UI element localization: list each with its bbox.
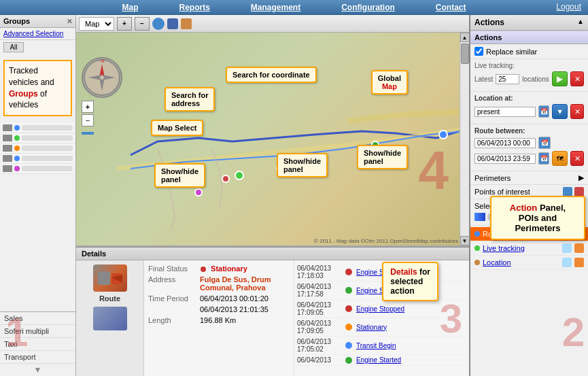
- live-tracking-dot-icon: [474, 245, 480, 251]
- route-clear-button[interactable]: ✕: [570, 151, 584, 166]
- map-zoom-controls: + −: [82, 101, 94, 140]
- event-item: 06/04/201317:09:05 Stationary: [297, 318, 466, 337]
- list-item[interactable]: [1, 123, 74, 133]
- poi-delete-button[interactable]: [574, 187, 584, 196]
- logout-button[interactable]: Logout: [556, 2, 581, 12]
- scroll-up-button[interactable]: ▲: [460, 33, 470, 42]
- event-status-link[interactable]: Transit Begin: [356, 342, 396, 349]
- event-status-link[interactable]: Stationary: [356, 324, 387, 331]
- location-at-calendar-button[interactable]: 📅: [538, 105, 549, 118]
- latest-label: Latest: [474, 75, 493, 83]
- map-select-dropdown[interactable]: Map: [79, 17, 114, 31]
- location-settings-icon[interactable]: [574, 258, 584, 267]
- vehicle-icon: [3, 145, 12, 152]
- location-at-input[interactable]: [474, 107, 536, 117]
- event-dot: [345, 357, 352, 364]
- perimeters-label: Perimeters: [474, 174, 511, 182]
- map-select-callout: Map Select: [151, 120, 203, 136]
- map-zoom-in-button[interactable]: +: [117, 17, 132, 31]
- zoom-out-button[interactable]: −: [82, 114, 94, 126]
- nav-configuration[interactable]: Configuration: [341, 3, 395, 12]
- nav-contact[interactable]: Contact: [436, 3, 466, 12]
- scroll-thumb[interactable]: [461, 44, 469, 64]
- map-flag-icon[interactable]: [181, 18, 192, 29]
- event-time: 06/04/201317:09:05: [297, 301, 341, 316]
- event-time: 06/04/2013: [297, 356, 341, 364]
- event-time: 06/04/201317:18:03: [297, 264, 341, 279]
- list-item[interactable]: [1, 143, 74, 154]
- sidebar-item-taxi[interactable]: Taxi: [0, 338, 75, 351]
- groups-text-red: Groups: [9, 89, 38, 99]
- map-zoom-out-button[interactable]: −: [135, 17, 150, 31]
- final-status-value: Stationary: [200, 264, 247, 273]
- map-layer-icon[interactable]: [167, 18, 178, 29]
- replace-similar-checkbox[interactable]: [474, 47, 483, 56]
- show-hide-center-callout: Show/hidepanel: [277, 153, 328, 177]
- perimeters-expand-icon[interactable]: ▶: [578, 173, 584, 182]
- groups-title: Groups: [3, 17, 30, 25]
- callout-action-word: action: [390, 286, 414, 296]
- time-end-row: 06/04/2013 21:01:35: [148, 305, 290, 313]
- vehicle-name: [22, 146, 73, 151]
- actions-title: Actions: [474, 18, 504, 27]
- nav-map[interactable]: Map: [122, 3, 138, 12]
- global-map-label: GlobalMap: [378, 74, 401, 90]
- sidebar-item-transport[interactable]: Transport: [0, 351, 75, 364]
- address-row: Address Fulga De Sus, Drum Comunal, Prah…: [148, 275, 290, 292]
- list-item[interactable]: [1, 133, 74, 143]
- event-time: 06/04/201317:17:58: [297, 283, 341, 298]
- live-tracking-play-button[interactable]: ▶: [552, 71, 568, 86]
- live-tracking-eye-icon[interactable]: [562, 243, 572, 253]
- live-tracking-stop-button[interactable]: ✕: [570, 71, 584, 86]
- perimeters-row: Perimeters ▶: [474, 173, 584, 182]
- action-location-label[interactable]: Location: [483, 258, 511, 267]
- sidebar-item-sales[interactable]: Sales: [0, 312, 75, 325]
- poi-add-button[interactable]: [563, 187, 572, 196]
- search-address-callout: Search foraddress: [165, 87, 215, 112]
- close-groups-button[interactable]: ✕: [67, 18, 72, 25]
- sidebar-item-soferi[interactable]: Soferi multipli: [0, 325, 75, 338]
- list-item[interactable]: [1, 164, 74, 174]
- advanced-selection-link[interactable]: Advanced Selection: [0, 28, 75, 40]
- perimeters-section: Perimeters ▶: [470, 171, 588, 185]
- map-area[interactable]: Map + −: [76, 15, 469, 247]
- action-item-live-tracking[interactable]: Live tracking: [470, 241, 588, 256]
- live-tracking-settings-icon[interactable]: [574, 243, 584, 253]
- nav-management[interactable]: Management: [251, 3, 300, 12]
- event-status-link[interactable]: Engine Stopped: [356, 305, 404, 313]
- details-events-list: 06/04/201317:18:03 Engine Stopped 06/04/…: [294, 260, 469, 376]
- route-start-calendar-button[interactable]: 📅: [538, 137, 551, 149]
- scroll-down-button[interactable]: ▼: [460, 236, 470, 245]
- location-at-clear-button[interactable]: ✕: [570, 104, 584, 119]
- scroll-down-icon[interactable]: ▼: [34, 365, 42, 375]
- route-start-input[interactable]: [474, 138, 536, 148]
- location-eye-icon[interactable]: [562, 258, 572, 267]
- actions-collapse-icon[interactable]: ▲: [577, 18, 584, 27]
- action-item-location[interactable]: Location: [470, 256, 588, 270]
- action-live-tracking-label[interactable]: Live tracking: [483, 244, 525, 252]
- left-sidebar: Groups ✕ Advanced Selection All Tracked …: [0, 15, 76, 376]
- vehicle-icon: [3, 124, 12, 131]
- route-go-button[interactable]: 🗺: [552, 151, 568, 166]
- map-scrollbar[interactable]: ▲ ▼: [460, 33, 469, 245]
- event-status-link[interactable]: Engine Started: [356, 356, 401, 364]
- search-coordinate-callout: Search for coordinate: [226, 67, 317, 83]
- label-number-4: 4: [419, 139, 449, 202]
- vehicle-name: [22, 135, 73, 141]
- all-button[interactable]: All: [3, 42, 24, 52]
- zoom-in-button[interactable]: +: [82, 101, 94, 113]
- route-end-calendar-button[interactable]: 📅: [538, 152, 549, 165]
- compass-control[interactable]: N: [82, 57, 122, 98]
- show-hide-center-label: Show/hidepanel: [283, 157, 321, 173]
- map-content[interactable]: N + − Search foraddress Search for coord…: [76, 33, 469, 245]
- list-item[interactable]: [1, 154, 74, 164]
- latest-input[interactable]: 25: [496, 74, 519, 84]
- location-at-go-button[interactable]: ▼: [552, 104, 568, 119]
- compass-svg: N: [83, 58, 121, 97]
- map-locate-icon[interactable]: [152, 18, 165, 30]
- callout-action-word: Action: [510, 203, 537, 213]
- route-end-input[interactable]: [474, 154, 536, 164]
- nav-reports[interactable]: Reports: [179, 3, 209, 12]
- zoom-slider[interactable]: [82, 132, 94, 135]
- time-end: 06/04/2013 21:01:35: [200, 305, 269, 313]
